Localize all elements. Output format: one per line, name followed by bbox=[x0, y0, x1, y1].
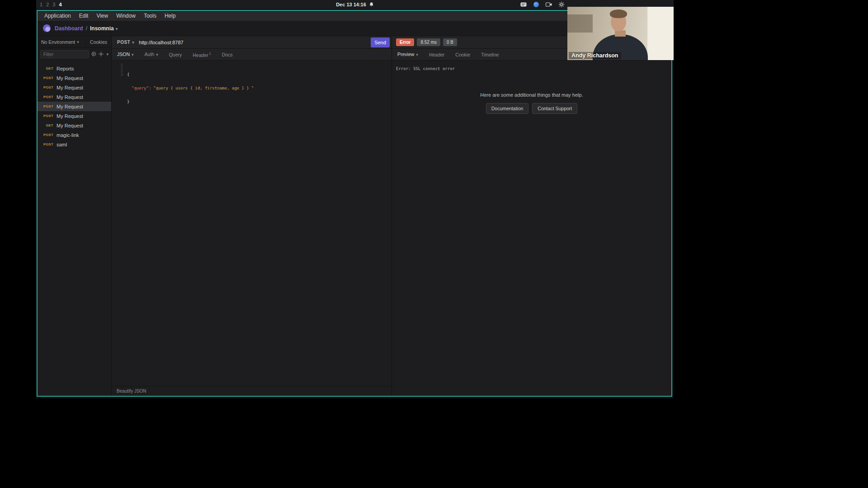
menu-application[interactable]: Application bbox=[40, 13, 75, 19]
environment-selector[interactable]: No Environment▾ bbox=[38, 36, 86, 47]
workspace-dropdown[interactable]: Insomnia▾ bbox=[90, 25, 118, 32]
person-neck bbox=[615, 30, 626, 37]
tab-query[interactable]: Query bbox=[164, 49, 188, 61]
chevron-down-icon: ▾ bbox=[132, 40, 134, 45]
environment-label: No Environment bbox=[41, 39, 75, 45]
screen: 1 2 3 4 Dec 13 14:16 bbox=[0, 0, 868, 488]
filter-input[interactable] bbox=[40, 50, 89, 58]
create-request-dropdown[interactable]: ▾ bbox=[99, 50, 108, 58]
tab-docs[interactable]: Docs bbox=[217, 49, 238, 61]
response-pane: Error 8.52 ms 0 B Preview▾ Header Cookie… bbox=[392, 36, 671, 396]
request-name: magic-link bbox=[57, 132, 79, 138]
request-item[interactable]: POSTMy Request bbox=[38, 83, 111, 92]
request-item[interactable]: POSTsaml bbox=[38, 140, 111, 149]
notification-bell-icon bbox=[369, 2, 374, 8]
main-area: No Environment▾ Cookies ▾ bbox=[38, 36, 671, 396]
request-item-active[interactable]: POSTMy Request bbox=[38, 102, 111, 111]
method-tag: POST bbox=[41, 85, 53, 89]
line-number: 1 bbox=[112, 63, 123, 68]
door-frame bbox=[647, 7, 648, 60]
breadcrumb-dashboard[interactable]: Dashboard bbox=[55, 25, 83, 32]
keyboard-icon[interactable] bbox=[520, 2, 527, 7]
send-button[interactable]: Send bbox=[371, 38, 390, 47]
method-dropdown[interactable]: POST▾ bbox=[117, 40, 134, 45]
response-content: Error: SSL connect error Here are some a… bbox=[392, 61, 671, 396]
url-input[interactable]: http://localhost:8787 bbox=[139, 40, 368, 45]
filter-row: ▾ bbox=[38, 48, 111, 61]
chevron-down-icon: ▾ bbox=[416, 52, 418, 57]
request-item[interactable]: GETMy Request bbox=[38, 121, 111, 130]
line-number: 2 bbox=[112, 68, 123, 72]
request-name: My Request bbox=[57, 75, 83, 81]
system-clock[interactable]: Dec 13 14:16 bbox=[336, 0, 374, 9]
system-tray bbox=[520, 0, 564, 9]
workspace-3[interactable]: 3 bbox=[52, 2, 55, 7]
tab-cookie[interactable]: Cookie bbox=[450, 49, 476, 61]
request-list: GETReports POSTMy Request POSTMy Request… bbox=[38, 61, 111, 396]
tab-auth[interactable]: Auth▾ bbox=[139, 48, 164, 61]
status-badge: Error bbox=[396, 38, 414, 46]
settings-gear-icon[interactable] bbox=[559, 2, 564, 7]
insomnia-window: Application Edit View Window Tools Help … bbox=[37, 10, 672, 397]
add-folder-button[interactable] bbox=[91, 50, 96, 58]
menu-tools[interactable]: Tools bbox=[140, 13, 160, 19]
tab-header[interactable]: Header1 bbox=[187, 48, 216, 61]
request-pane: POST▾ http://localhost:8787 Send JSON▾ A… bbox=[112, 36, 392, 396]
method-tag: GET bbox=[41, 123, 53, 127]
size-badge: 0 B bbox=[443, 38, 457, 46]
workspace-1[interactable]: 1 bbox=[40, 2, 42, 7]
request-tabbar: JSON▾ Auth▾ Query Header1 Docs bbox=[112, 49, 392, 61]
blue-app-icon[interactable] bbox=[533, 2, 539, 7]
menu-edit[interactable]: Edit bbox=[75, 13, 93, 19]
method-tag: GET bbox=[41, 66, 53, 70]
sidebar: No Environment▾ Cookies ▾ bbox=[38, 36, 112, 396]
workspace-indicators: 1 2 3 4 bbox=[40, 0, 62, 9]
workspace-4[interactable]: 4 bbox=[59, 2, 61, 7]
chevron-down-icon: ▾ bbox=[106, 52, 108, 56]
menu-window[interactable]: Window bbox=[112, 13, 140, 19]
environment-row: No Environment▾ Cookies bbox=[38, 36, 111, 48]
clock-text: Dec 13 14:16 bbox=[336, 2, 366, 7]
request-name: Reports bbox=[57, 66, 74, 71]
tab-body-json[interactable]: JSON▾ bbox=[112, 48, 139, 61]
chevron-down-icon: ▾ bbox=[77, 40, 79, 44]
request-name: My Request bbox=[57, 104, 83, 109]
cookies-button[interactable]: Cookies bbox=[86, 36, 111, 47]
time-badge: 8.52 ms bbox=[417, 38, 440, 46]
editor-gutter: 1 2 3 bbox=[112, 61, 125, 386]
method-tag: POST bbox=[41, 133, 53, 137]
request-item[interactable]: POSTMy Request bbox=[38, 92, 111, 102]
contact-support-button[interactable]: Contact Support bbox=[532, 103, 577, 114]
workspace-name: Insomnia bbox=[90, 25, 114, 32]
webcam-overlay: Andy Richardson bbox=[567, 7, 674, 60]
background-furniture bbox=[567, 14, 593, 33]
editor-code[interactable]: { "query":"query { users { id, firstname… bbox=[125, 61, 392, 386]
menu-view[interactable]: View bbox=[92, 13, 112, 19]
workspace-2[interactable]: 2 bbox=[46, 2, 49, 7]
chevron-down-icon: ▾ bbox=[156, 52, 158, 57]
window-light bbox=[648, 7, 674, 60]
gear-icon bbox=[99, 50, 104, 58]
body-editor[interactable]: 1 2 3 { "query":"query { users { id, fir… bbox=[112, 61, 392, 386]
method-tag: POST bbox=[41, 104, 53, 108]
menu-help[interactable]: Help bbox=[160, 13, 180, 19]
tab-timeline[interactable]: Timeline bbox=[476, 49, 504, 61]
chevron-down-icon: ▾ bbox=[116, 27, 118, 31]
breadcrumb-separator: / bbox=[86, 25, 87, 32]
beautify-json-button[interactable]: Beautify JSON bbox=[112, 386, 392, 396]
tab-response-header[interactable]: Header bbox=[424, 49, 450, 61]
help-actions: Documentation Contact Support bbox=[392, 103, 671, 114]
code-line: "query":"query { users { id, firstname, … bbox=[127, 86, 392, 90]
tab-preview[interactable]: Preview▾ bbox=[392, 48, 424, 61]
request-item[interactable]: GETReports bbox=[38, 64, 111, 73]
error-message: Error: SSL connect error bbox=[392, 61, 671, 77]
request-item[interactable]: POSTmagic-link bbox=[38, 130, 111, 140]
request-item[interactable]: POSTMy Request bbox=[38, 111, 111, 121]
camera-icon[interactable] bbox=[546, 2, 552, 7]
request-name: My Request bbox=[57, 113, 83, 119]
person-hair bbox=[610, 9, 627, 18]
preview-label: Preview bbox=[397, 52, 414, 57]
documentation-button[interactable]: Documentation bbox=[486, 103, 529, 114]
request-name: My Request bbox=[57, 123, 83, 128]
request-item[interactable]: POSTMy Request bbox=[38, 73, 111, 83]
